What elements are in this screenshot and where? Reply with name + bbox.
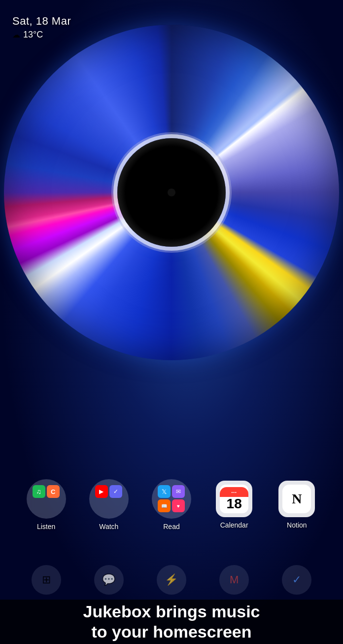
app-dock: ♫ C Listen ▶ ✓ — [0, 479, 343, 530]
read-extra-icon1: 📖 — [158, 499, 171, 512]
app-calendar-icon[interactable]: ••• 18 — [216, 481, 252, 517]
app-notion[interactable]: N Notion — [270, 481, 324, 529]
twitter-mini-icon: 𝕏 — [158, 485, 171, 498]
folder-listen[interactable]: ♫ C Listen — [19, 479, 73, 530]
mini-icons-watch: ▶ ✓ — [95, 485, 123, 513]
folder-read-label: Read — [163, 523, 179, 530]
temperature-display: 13°C — [23, 30, 43, 40]
folder-watch[interactable]: ▶ ✓ Watch — [82, 479, 136, 530]
banner-line1: Jukebox brings music — [83, 602, 260, 621]
email-mini-icon: ✉ — [172, 485, 185, 498]
app-calendar[interactable]: ••• 18 Calendar — [207, 481, 261, 529]
calendar-icon: ••• 18 — [220, 485, 248, 513]
calendar-top-bar: ••• — [220, 487, 248, 497]
banner-line2: to your homescreen — [92, 622, 252, 641]
weather-icon: ☁ — [12, 30, 20, 39]
calendar-month: ••• — [231, 490, 237, 494]
spacer2 — [109, 499, 122, 512]
folder-read-icon[interactable]: 𝕏 ✉ 📖 ♥ — [152, 479, 191, 519]
banner-text: Jukebox brings music to your homescreen — [83, 602, 260, 642]
status-bar: Sat, 18 Mar ☁ 13°C — [12, 15, 71, 40]
dock-messenger-icon[interactable]: ⚡ — [157, 565, 186, 595]
spotify-mini-icon: ♫ — [33, 485, 45, 498]
folder-read[interactable]: 𝕏 ✉ 📖 ♥ Read — [144, 479, 199, 530]
mini-icons-read: 𝕏 ✉ 📖 ♥ — [158, 485, 185, 513]
calendar-label: Calendar — [220, 521, 248, 529]
read-extra-icon2: ♥ — [172, 499, 185, 512]
check-mini-icon: ✓ — [109, 485, 122, 498]
bottom-banner: Jukebox brings music to your homescreen — [0, 600, 343, 644]
mini-icons-listen: ♫ C — [33, 485, 60, 513]
spacer2 — [47, 499, 60, 512]
cd-inner-ring — [117, 138, 226, 247]
weather-row: ☁ 13°C — [12, 30, 71, 40]
app-row: ♫ C Listen ▶ ✓ — [10, 479, 333, 530]
bottom-dock: ⊞ 💬 ⚡ M ✓ — [0, 565, 343, 595]
youtube-mini-icon: ▶ — [95, 485, 108, 498]
dock-gmail-icon[interactable]: M — [219, 565, 249, 595]
folder-watch-label: Watch — [99, 523, 118, 530]
calendar-date: 18 — [227, 497, 242, 511]
app-notion-icon[interactable]: N — [278, 481, 315, 517]
folder-listen-label: Listen — [37, 523, 55, 530]
notion-letter: N — [292, 491, 302, 507]
cd-disc-container — [4, 25, 339, 360]
notion-label: Notion — [287, 521, 307, 529]
dock-grid-icon[interactable]: ⊞ — [32, 565, 61, 595]
castro-mini-icon: C — [47, 485, 60, 498]
dock-check-icon[interactable]: ✓ — [282, 565, 311, 595]
folder-listen-icon[interactable]: ♫ C — [27, 479, 66, 519]
spacer — [95, 499, 108, 512]
date-display: Sat, 18 Mar — [12, 15, 71, 28]
folder-watch-icon[interactable]: ▶ ✓ — [89, 479, 129, 519]
cd-hole — [168, 189, 175, 196]
spacer — [33, 499, 45, 512]
dock-icon-2[interactable]: 💬 — [94, 565, 124, 595]
notion-icon: N — [282, 485, 311, 513]
